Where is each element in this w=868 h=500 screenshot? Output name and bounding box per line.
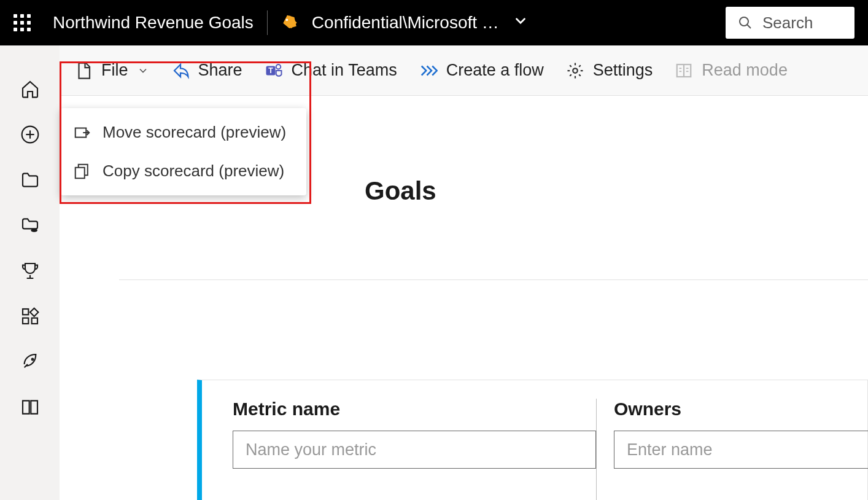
file-label: File	[101, 61, 128, 80]
document-title: Northwind Revenue Goals	[53, 13, 254, 33]
home-icon[interactable]	[20, 79, 41, 100]
svg-rect-7	[23, 309, 28, 314]
svg-point-1	[740, 17, 748, 26]
move-label: Move scorecard (preview)	[103, 123, 286, 142]
move-scorecard-item[interactable]: Move scorecard (preview)	[61, 113, 306, 152]
svg-rect-8	[23, 318, 28, 324]
share-label: Share	[198, 61, 242, 80]
svg-text:T: T	[268, 66, 273, 74]
search-input[interactable]: Search	[726, 7, 854, 39]
metrics-icon[interactable]	[20, 260, 41, 281]
owners-input[interactable]: Enter name	[614, 431, 868, 469]
svg-rect-22	[76, 167, 85, 178]
metric-name-label: Metric name	[233, 399, 596, 420]
svg-point-13	[573, 68, 578, 73]
metric-card: Metric name Name your metric Owners Ente…	[197, 380, 868, 500]
apps-icon[interactable]	[20, 306, 41, 327]
settings-label: Settings	[593, 61, 653, 80]
svg-rect-9	[31, 318, 37, 324]
copy-label: Copy scorecard (preview)	[103, 162, 284, 181]
chat-teams-button[interactable]: T Chat in Teams	[265, 61, 397, 80]
separator	[267, 10, 268, 35]
left-nav-rail	[0, 45, 60, 500]
divider	[119, 279, 868, 280]
svg-point-12	[276, 64, 281, 69]
sensitivity-tag-icon	[281, 14, 298, 31]
app-launcher-icon[interactable]	[14, 14, 31, 31]
file-dropdown: Move scorecard (preview) Copy scorecard …	[61, 108, 306, 195]
readmode-label: Read mode	[702, 61, 788, 80]
chevron-down-icon	[137, 64, 149, 77]
readmode-icon	[675, 61, 693, 80]
chat-label: Chat in Teams	[292, 61, 397, 80]
svg-line-2	[747, 25, 751, 28]
settings-button[interactable]: Settings	[566, 61, 653, 80]
read-mode-button[interactable]: Read mode	[675, 61, 788, 80]
search-icon	[738, 15, 753, 30]
copy-icon	[73, 162, 91, 181]
metric-name-input[interactable]: Name your metric	[233, 431, 596, 469]
browse-icon[interactable]	[20, 170, 41, 190]
share-icon	[171, 61, 190, 80]
flow-icon	[419, 61, 438, 80]
learn-icon[interactable]	[20, 397, 41, 418]
deploy-icon[interactable]	[20, 351, 41, 372]
file-icon	[74, 61, 93, 80]
file-menu-button[interactable]: File	[74, 61, 149, 80]
share-button[interactable]: Share	[171, 61, 242, 80]
command-bar: File Share T Chat in Teams Create a flow…	[60, 45, 868, 96]
gear-icon	[566, 61, 584, 80]
data-icon[interactable]	[20, 215, 41, 236]
create-icon[interactable]	[20, 124, 41, 145]
sensitivity-label[interactable]: Confidential\Microsoft …	[312, 13, 499, 33]
chevron-down-icon[interactable]	[513, 13, 529, 33]
topbar: Northwind Revenue Goals Confidential\Mic…	[0, 0, 868, 45]
teams-icon: T	[265, 61, 283, 80]
page-title-fragment: Goals	[365, 176, 436, 206]
copy-scorecard-item[interactable]: Copy scorecard (preview)	[61, 152, 306, 190]
svg-point-0	[285, 18, 288, 21]
search-placeholder: Search	[762, 14, 813, 33]
create-flow-button[interactable]: Create a flow	[419, 61, 544, 80]
move-icon	[73, 123, 91, 142]
owners-label: Owners	[614, 399, 868, 420]
svg-point-6	[31, 229, 37, 232]
flow-label: Create a flow	[446, 61, 544, 80]
